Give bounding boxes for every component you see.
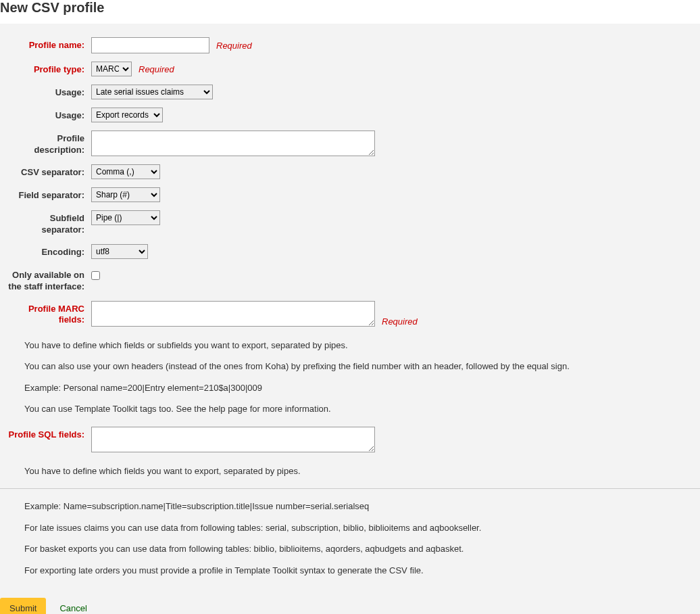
usage-2-select[interactable]: Export records xyxy=(91,108,163,122)
page-header: New CSV profile xyxy=(0,0,700,24)
row-usage-1: Usage: Late serial issues claims xyxy=(0,85,700,99)
row-csv-separator: CSV separator: Comma (,) xyxy=(0,164,700,179)
marc-fields-textarea[interactable] xyxy=(91,301,375,327)
label-profile-type: Profile type: xyxy=(7,62,91,76)
label-profile-description: Profile description: xyxy=(7,131,91,156)
help-sql-2: Example: Name=subscription.name|Title=su… xyxy=(0,496,700,517)
help-marc-3: Example: Personal name=200|Entry element… xyxy=(0,377,700,399)
button-bar: Submit Cancel xyxy=(0,588,700,614)
row-profile-description: Profile description: xyxy=(0,131,700,156)
cancel-link[interactable]: Cancel xyxy=(59,603,86,613)
label-usage-2: Usage: xyxy=(7,108,91,122)
page-title: New CSV profile xyxy=(0,0,700,16)
row-staff-only: Only available on the staff interface: xyxy=(0,267,700,293)
staff-only-checkbox[interactable] xyxy=(91,271,100,280)
row-marc-fields: Profile MARC fields: Required xyxy=(0,301,700,327)
help-sql-4: For basket exports you can use data from… xyxy=(0,538,700,560)
row-sql-fields: Profile SQL fields: xyxy=(0,427,700,452)
help-marc-4: You can use Template Toolkit tags too. S… xyxy=(0,398,700,420)
label-usage-1: Usage: xyxy=(7,85,91,99)
divider xyxy=(0,488,700,489)
usage-1-select[interactable]: Late serial issues claims xyxy=(91,85,213,99)
label-staff-only: Only available on the staff interface: xyxy=(7,267,91,293)
submit-button[interactable]: Submit xyxy=(0,598,46,614)
encoding-select[interactable]: utf8 xyxy=(91,244,148,259)
row-usage-2: Usage: Export records xyxy=(0,108,700,122)
required-indicator: Required xyxy=(139,64,174,74)
subfield-separator-select[interactable]: Pipe (|) xyxy=(91,210,160,225)
profile-type-select[interactable]: MARC xyxy=(91,62,132,76)
help-marc-1: You have to define which fields or subfi… xyxy=(0,335,700,356)
label-profile-name: Profile name: xyxy=(7,37,91,51)
help-sql-5: For exporting late orders you must provi… xyxy=(0,560,700,582)
label-sql-fields: Profile SQL fields: xyxy=(7,427,91,441)
row-profile-type: Profile type: MARC Required xyxy=(0,62,700,76)
field-separator-select[interactable]: Sharp (#) xyxy=(91,187,160,202)
help-marc-2: You can also use your own headers (inste… xyxy=(0,356,700,377)
profile-description-textarea[interactable] xyxy=(91,131,375,156)
label-subfield-separator: Subfield separator: xyxy=(7,210,91,236)
form-section: Profile name: Required Profile type: MAR… xyxy=(0,24,700,588)
help-sql-1: You have to define which fields you want… xyxy=(0,460,700,482)
label-marc-fields: Profile MARC fields: xyxy=(7,301,91,327)
help-sql-3: For late issues claims you can use data … xyxy=(0,517,700,539)
required-indicator: Required xyxy=(216,41,252,51)
required-indicator: Required xyxy=(382,316,418,327)
label-field-separator: Field separator: xyxy=(7,187,91,202)
row-encoding: Encoding: utf8 xyxy=(0,244,700,259)
profile-name-input[interactable] xyxy=(91,37,209,53)
row-profile-name: Profile name: Required xyxy=(0,37,700,53)
label-encoding: Encoding: xyxy=(7,244,91,258)
sql-fields-textarea[interactable] xyxy=(91,427,375,452)
label-csv-separator: CSV separator: xyxy=(7,164,91,179)
row-subfield-separator: Subfield separator: Pipe (|) xyxy=(0,210,700,236)
row-field-separator: Field separator: Sharp (#) xyxy=(0,187,700,202)
csv-separator-select[interactable]: Comma (,) xyxy=(91,164,160,179)
